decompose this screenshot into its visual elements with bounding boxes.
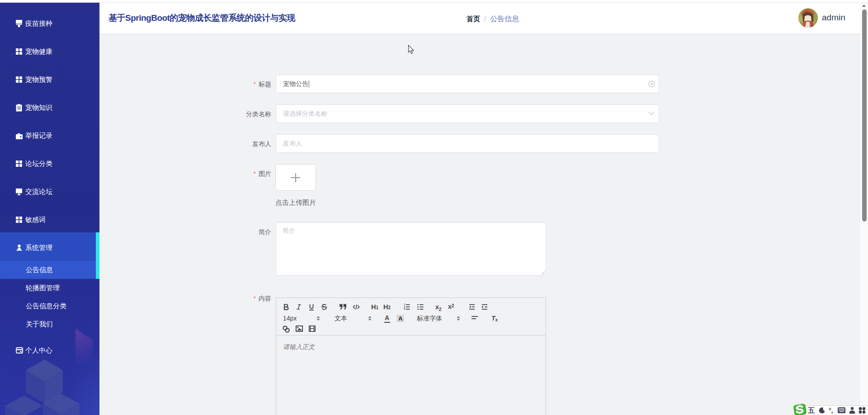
svg-text:A: A <box>398 315 403 322</box>
